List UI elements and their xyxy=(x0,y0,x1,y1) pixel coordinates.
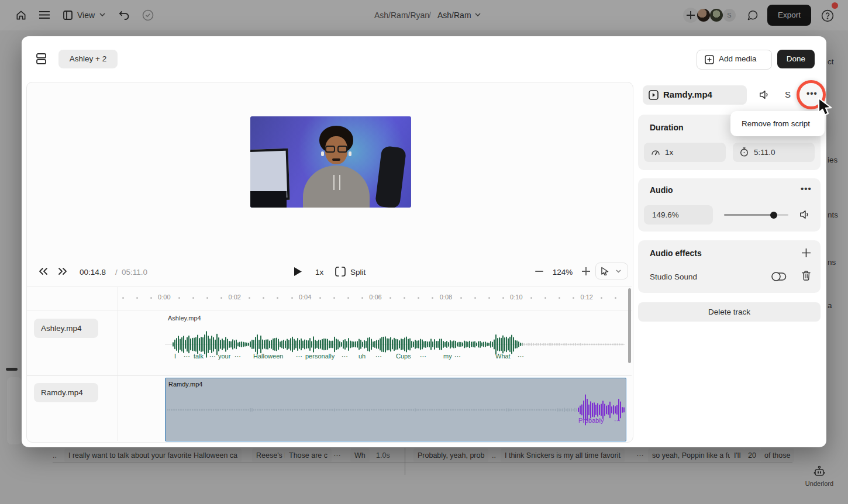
ruler-tick xyxy=(150,297,152,299)
audio-effects-title: Audio effects xyxy=(650,248,702,258)
more-options-icon[interactable]: ••• xyxy=(806,88,818,98)
hoodie-string xyxy=(339,175,340,190)
speed-value: 1x xyxy=(665,148,673,157)
volume-slider-knob[interactable] xyxy=(770,212,777,219)
remove-from-script-item[interactable]: Remove from script xyxy=(742,119,810,128)
ruler-label: 0:12 xyxy=(576,294,597,301)
add-media-label: Add media xyxy=(719,54,757,63)
transcript-word[interactable]: my xyxy=(443,353,452,360)
transcript-word[interactable]: talk xyxy=(194,353,204,360)
zoom-in-icon[interactable] xyxy=(582,267,590,275)
add-media-button[interactable]: Add media xyxy=(697,50,772,70)
transcript-word[interactable]: uh xyxy=(358,353,366,360)
transcript-word[interactable]: ⋯ xyxy=(184,353,190,360)
transcript-word[interactable]: personally xyxy=(305,353,335,360)
playback-speed[interactable]: 1x xyxy=(315,267,323,278)
tracks-layout-icon[interactable] xyxy=(36,53,47,65)
ruler-label: 0:00 xyxy=(154,294,175,301)
audio-more-icon[interactable]: ••• xyxy=(801,184,812,194)
ruler-tick xyxy=(530,297,532,299)
split-button-label[interactable]: Split xyxy=(350,267,366,278)
volume-slider-fill xyxy=(724,214,774,216)
zoom-level: 124% xyxy=(549,267,576,278)
timeline-scrollbar[interactable] xyxy=(628,288,631,363)
delete-track-button[interactable]: Delete track xyxy=(638,302,821,322)
transcript-word[interactable]: ⋯ xyxy=(296,353,302,360)
hoodie-string xyxy=(333,175,335,190)
length-value: 5:11.0 xyxy=(754,148,775,157)
play-square-icon xyxy=(649,90,659,100)
ruler-tick xyxy=(122,297,124,299)
earbud-right xyxy=(349,151,351,156)
pointer-tool-button[interactable] xyxy=(595,263,628,279)
video-preview[interactable] xyxy=(250,116,411,208)
transcript-word[interactable]: ⋯ xyxy=(209,353,216,360)
transcript-word[interactable]: ⋯ xyxy=(518,353,524,360)
ruler-tick xyxy=(488,297,490,299)
studio-sound-toggle-off[interactable] xyxy=(771,271,787,282)
ruler-tick xyxy=(178,297,180,299)
ruler-tick xyxy=(601,297,602,299)
divider xyxy=(27,375,632,376)
ruler-tick xyxy=(291,297,293,299)
clip-name-pill[interactable]: Ramdy.mp4 xyxy=(643,85,747,105)
divider xyxy=(27,286,632,286)
trash-icon[interactable] xyxy=(802,271,811,281)
transcript-word[interactable]: I xyxy=(174,353,176,360)
transcript-word[interactable]: Cups xyxy=(396,353,411,360)
ruler-tick xyxy=(573,297,574,299)
transport-bar: 00:14.8 / 05:11.0 1x Split 124% xyxy=(27,262,633,283)
duration-title: Duration xyxy=(650,123,684,132)
zoom-out-icon[interactable] xyxy=(535,271,543,272)
ruler-label: 0:02 xyxy=(224,294,245,301)
speed-field[interactable]: 1x xyxy=(644,143,726,162)
speaker-label[interactable]: S xyxy=(785,89,791,99)
done-button[interactable]: Done xyxy=(777,50,815,68)
track-header-divider xyxy=(118,287,118,441)
transcript-word[interactable]: Halloween xyxy=(253,353,283,360)
transcript-word[interactable]: your xyxy=(218,353,230,360)
chevron-down-icon xyxy=(616,270,621,273)
track-name-ramdy[interactable]: Ramdy.mp4 xyxy=(34,383,98,402)
clip-label-ashley: Ashley.mp4 xyxy=(168,315,201,322)
effect-name: Studio Sound xyxy=(650,272,697,281)
length-field[interactable]: 5:11.0 xyxy=(733,143,815,162)
ruler-tick xyxy=(333,297,335,299)
transcript-words-ramdy: Probably⋯ xyxy=(166,417,625,426)
transcript-word[interactable]: ⋯ xyxy=(614,417,621,424)
ruler-tick xyxy=(220,297,222,299)
transcript-word[interactable]: Probably xyxy=(578,417,604,424)
volume-slider[interactable] xyxy=(724,214,788,216)
earbud-left xyxy=(321,151,324,156)
ruler-tick xyxy=(192,297,194,299)
editor-panel: 00:14.8 / 05:11.0 1x Split 124% xyxy=(26,82,633,443)
ruler-tick xyxy=(544,297,546,299)
speed-gauge-icon xyxy=(651,148,660,157)
transcript-word[interactable]: ⋯ xyxy=(420,353,426,360)
track-name-ashley[interactable]: Ashley.mp4 xyxy=(34,319,98,338)
current-time: 00:14.8 xyxy=(80,267,106,278)
speaker-icon[interactable] xyxy=(799,209,811,220)
composition-button[interactable]: Ashley + 2 xyxy=(58,50,118,68)
play-button[interactable] xyxy=(294,267,302,277)
glasses-right xyxy=(337,146,347,153)
speaker-icon[interactable] xyxy=(759,89,770,100)
add-effect-icon[interactable] xyxy=(802,248,811,257)
transcript-word[interactable]: What xyxy=(495,353,511,360)
transcript-word[interactable]: ⋯ xyxy=(375,353,382,360)
volume-field[interactable]: 149.6% xyxy=(644,205,713,225)
context-menu: Remove from script xyxy=(730,111,825,136)
audio-card: Audio ••• 149.6% xyxy=(638,178,821,232)
transcript-word[interactable]: ⋯ xyxy=(454,353,461,360)
transcript-word[interactable]: ⋯ xyxy=(342,353,348,360)
ruler-tick xyxy=(474,297,476,299)
skip-back-icon[interactable] xyxy=(37,266,49,277)
time-separator: / xyxy=(115,267,118,278)
audio-effects-card: Audio effects Studio Sound xyxy=(638,240,821,293)
stopwatch-icon xyxy=(740,147,749,157)
split-icon[interactable] xyxy=(335,267,346,277)
ruler-tick xyxy=(249,297,250,299)
ruler-tick xyxy=(347,297,349,299)
transcript-word[interactable]: ⋯ xyxy=(235,353,241,360)
skip-forward-icon[interactable] xyxy=(57,266,69,277)
